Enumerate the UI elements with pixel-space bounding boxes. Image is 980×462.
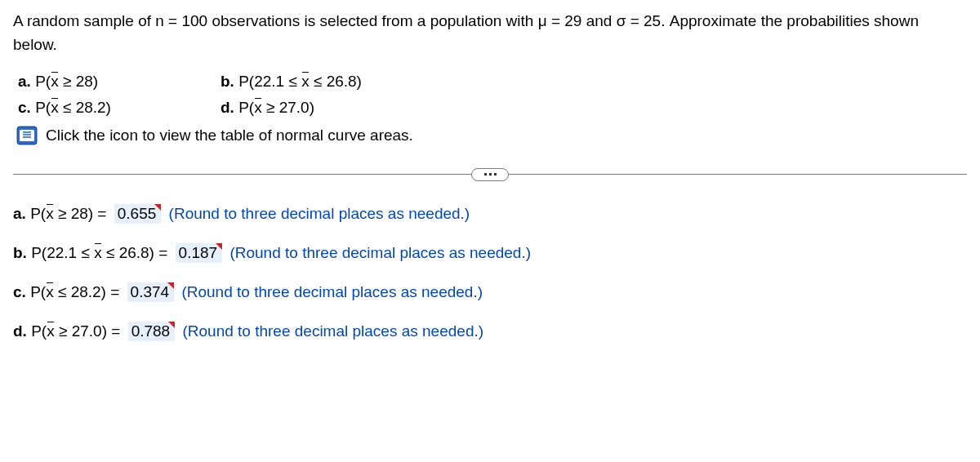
xbar-icon: x (51, 73, 59, 91)
answer-b-rest: ≤ 26.8) = (102, 244, 172, 261)
table-icon[interactable] (16, 125, 38, 146)
part-b-prefix: P(22.1 ≤ (238, 73, 301, 90)
xbar-icon: x (51, 99, 59, 117)
answer-d-rest: ≥ 27.0) = (55, 322, 125, 340)
xbar-icon: x (46, 205, 54, 223)
answer-c-prefix: P( (30, 283, 46, 300)
part-label-d: d. (220, 99, 234, 116)
answer-a-input[interactable]: 0.655 (114, 204, 162, 224)
part-label-a: a. (18, 73, 31, 90)
answer-b-hint: (Round to three decimal places as needed… (229, 244, 531, 261)
table-icon-row: Click the icon to view the table of norm… (16, 125, 967, 146)
answer-c-rest: ≤ 28.2) = (54, 283, 124, 300)
answer-label-a: a. (13, 205, 26, 222)
answers-section: a. P(x ≥ 28) = 0.655 (Round to three dec… (13, 204, 967, 341)
answer-b: b. P(22.1 ≤ x ≤ 26.8) = 0.187 (Round to … (13, 243, 967, 263)
answer-c-input[interactable]: 0.374 (127, 282, 175, 302)
more-icon (484, 173, 497, 175)
answer-label-c: c. (13, 283, 26, 300)
answer-d-input[interactable]: 0.788 (128, 322, 176, 341)
answer-label-b: b. (13, 244, 27, 261)
part-d-rest: ≥ 27.0) (262, 99, 314, 116)
xbar-icon: x (254, 99, 262, 117)
part-b: b. P(22.1 ≤ x ≤ 26.8) (220, 73, 514, 91)
part-label-c: c. (18, 99, 31, 116)
answer-a: a. P(x ≥ 28) = 0.655 (Round to three dec… (13, 204, 967, 224)
answer-label-d: d. (13, 322, 27, 340)
section-divider (13, 174, 967, 175)
answer-c: c. P(x ≤ 28.2) = 0.374 (Round to three d… (13, 282, 967, 302)
answer-b-input[interactable]: 0.187 (176, 243, 223, 263)
part-c: c. P(x ≤ 28.2) (18, 99, 214, 117)
part-a: a. P(x ≥ 28) (18, 73, 214, 91)
answer-c-hint: (Round to three decimal places as needed… (181, 283, 483, 300)
problem-statement: A random sample of n = 100 observations … (13, 10, 967, 56)
part-d: d. P(x ≥ 27.0) (220, 99, 514, 117)
parts-grid: a. P(x ≥ 28) b. P(22.1 ≤ x ≤ 26.8) c. P(… (18, 73, 967, 117)
part-a-rest: ≥ 28) (59, 73, 98, 90)
part-b-rest: ≤ 26.8) (310, 73, 362, 90)
svg-rect-1 (20, 130, 34, 141)
answer-b-prefix: P(22.1 ≤ (31, 244, 94, 261)
answer-a-prefix: P( (30, 205, 46, 222)
xbar-icon: x (301, 73, 310, 91)
expand-button[interactable] (471, 168, 509, 181)
part-d-prefix: P( (238, 99, 254, 116)
table-icon-text[interactable]: Click the icon to view the table of norm… (46, 127, 413, 144)
answer-a-rest: ≥ 28) = (54, 205, 111, 222)
part-label-b: b. (220, 73, 234, 90)
answer-d-prefix: P( (31, 322, 47, 340)
xbar-icon: x (94, 244, 102, 262)
part-a-prefix: P( (35, 73, 51, 90)
answer-a-hint: (Round to three decimal places as needed… (169, 205, 470, 222)
part-c-rest: ≤ 28.2) (59, 99, 111, 116)
xbar-icon: x (47, 322, 55, 340)
xbar-icon: x (46, 283, 54, 301)
answer-d-hint: (Round to three decimal places as needed… (182, 322, 483, 340)
answer-d: d. P(x ≥ 27.0) = 0.788 (Round to three d… (13, 322, 967, 341)
part-c-prefix: P( (35, 99, 51, 116)
